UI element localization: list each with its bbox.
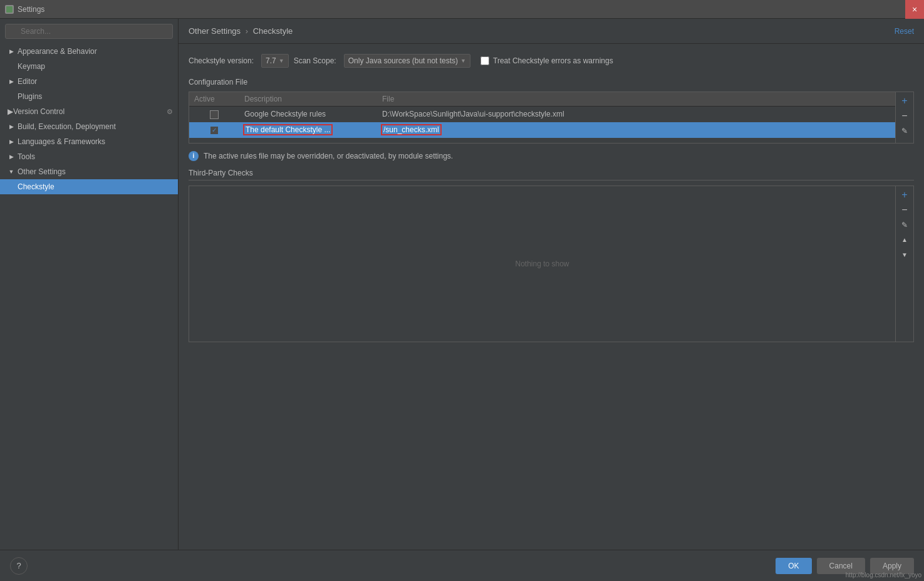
breadcrumb: Other Settings › Checkstyle	[189, 26, 293, 36]
expand-arrow-lang: ▶	[8, 138, 15, 145]
config-table-inner: Active Description File Goog	[189, 92, 895, 143]
sidebar-item-tools[interactable]: ▶ Tools	[0, 149, 178, 164]
sidebar-item-label-other: Other Settings	[18, 167, 66, 176]
breadcrumb-part2: Checkstyle	[253, 26, 293, 36]
treat-errors-wrapper: Treat Checkstyle errors as warnings	[480, 56, 616, 65]
third-party-down-button[interactable]: ▼	[898, 249, 911, 261]
col-header-file: File	[377, 92, 895, 107]
table-row[interactable]: Google Checkstyle rules D:\WorkSpace\Sun…	[189, 107, 895, 122]
sidebar-item-other-settings[interactable]: ▼ Other Settings	[0, 164, 178, 179]
config-table-body: Google Checkstyle rules D:\WorkSpace\Sun…	[189, 107, 895, 138]
breadcrumb-separator: ›	[246, 26, 248, 36]
svg-rect-0	[6, 6, 13, 13]
sidebar-item-version-control[interactable]: ▶ Version Control ⚙	[0, 104, 178, 119]
version-label: Checkstyle version:	[189, 56, 254, 65]
sidebar-item-label-appearance: Appearance & Behavior	[18, 47, 97, 56]
expand-arrow-appearance: ▶	[8, 48, 15, 55]
config-file-section-title: Configuration File	[189, 78, 914, 86]
sidebar-item-languages[interactable]: ▶ Languages & Frameworks	[0, 134, 178, 149]
sidebar-item-label-editor: Editor	[18, 77, 37, 86]
row1-file: D:\WorkSpace\Sunlight\Java\ui-support\ch…	[377, 107, 895, 122]
title-bar-text: Settings	[18, 5, 44, 14]
row1-active-cell	[189, 107, 239, 122]
row2-description: The default Checkstyle ...	[239, 122, 377, 138]
sidebar-item-plugins[interactable]: Plugins	[0, 89, 178, 104]
version-value: 7.7	[266, 56, 276, 65]
search-wrapper: 🔍	[5, 24, 173, 39]
third-party-add-button[interactable]: +	[898, 189, 911, 201]
search-box: 🔍	[0, 19, 178, 44]
scan-scope-value: Only Java sources (but not tests)	[348, 56, 458, 65]
sidebar-item-build[interactable]: ▶ Build, Execution, Deployment	[0, 119, 178, 134]
col-header-description: Description	[239, 92, 377, 107]
row2-active-cell: ✓	[189, 122, 239, 138]
sidebar-item-label-checkstyle: Checkstyle	[18, 182, 55, 191]
row2-description-text: The default Checkstyle ...	[244, 125, 331, 134]
info-row: i The active rules file may be overridde…	[189, 151, 914, 161]
expand-arrow-editor: ▶	[8, 78, 15, 85]
config-remove-button[interactable]: −	[898, 110, 911, 122]
scan-scope-arrow: ▼	[460, 58, 466, 64]
third-party-remove-button[interactable]: −	[898, 204, 911, 216]
expand-arrow-tools: ▶	[8, 153, 15, 160]
content-area: Other Settings › Checkstyle Reset Checks…	[179, 19, 924, 550]
third-party-inner: Nothing to show	[189, 186, 895, 342]
config-edit-button[interactable]: ✎	[898, 125, 911, 137]
config-table: Active Description File Goog	[189, 92, 895, 138]
ok-button[interactable]: OK	[776, 558, 811, 574]
info-icon: i	[189, 151, 199, 161]
settings-icon: ⚙	[167, 108, 173, 116]
sidebar-item-keymap[interactable]: Keymap	[0, 59, 178, 74]
table-row-selected[interactable]: ✓ The default Checkstyle ... /sun_checks…	[189, 122, 895, 138]
third-party-title: Third-Party Checks	[189, 169, 914, 181]
sidebar-item-label-build: Build, Execution, Deployment	[18, 122, 116, 131]
treat-errors-label: Treat Checkstyle errors as warnings	[493, 56, 613, 65]
row1-description: Google Checkstyle rules	[239, 107, 377, 122]
treat-errors-checkbox[interactable]	[480, 56, 489, 65]
row2-checkbox[interactable]: ✓	[210, 126, 219, 135]
version-dropdown-arrow: ▼	[279, 58, 284, 64]
version-scan-row: Checkstyle version: 7.7 ▼ Scan Scope: On…	[189, 54, 914, 68]
info-text: The active rules file may be overridden,…	[204, 152, 453, 160]
app-icon	[5, 5, 14, 14]
row2-file-text: /sun_checks.xml	[382, 125, 440, 134]
third-party-edit-button[interactable]: ✎	[898, 219, 911, 231]
watermark: http://blog.csdn.net/lx_yoyo	[846, 572, 921, 578]
sidebar-item-label-keymap: Keymap	[18, 62, 45, 71]
row2-file: /sun_checks.xml	[377, 122, 895, 138]
reset-button[interactable]: Reset	[895, 27, 914, 36]
close-button[interactable]: ×	[905, 0, 924, 19]
help-button[interactable]: ?	[10, 557, 28, 575]
sidebar-item-label-plugins: Plugins	[18, 92, 42, 101]
scan-scope-dropdown[interactable]: Only Java sources (but not tests) ▼	[344, 54, 470, 68]
settings-content: Checkstyle version: 7.7 ▼ Scan Scope: On…	[179, 44, 924, 550]
sidebar-item-label-lang: Languages & Frameworks	[18, 137, 105, 146]
row1-checkbox[interactable]	[210, 110, 219, 119]
expand-arrow-other: ▼	[8, 168, 15, 175]
config-table-actions: + − ✎	[895, 92, 913, 143]
col-header-active: Active	[189, 92, 239, 107]
content-header: Other Settings › Checkstyle Reset	[179, 19, 924, 44]
expand-arrow-vc: ▶	[8, 107, 13, 116]
sidebar-item-editor[interactable]: ▶ Editor	[0, 74, 178, 89]
config-table-header-row: Active Description File	[189, 92, 895, 107]
sidebar-item-label-vc: Version Control	[13, 107, 65, 116]
sidebar-item-checkstyle[interactable]: Checkstyle	[0, 179, 178, 194]
third-party-table-container: Nothing to show + − ✎ ▲ ▼	[189, 186, 914, 342]
version-dropdown[interactable]: 7.7 ▼	[261, 54, 289, 68]
sidebar-item-label-tools: Tools	[18, 152, 35, 161]
config-table-container: Active Description File Goog	[189, 92, 914, 144]
breadcrumb-part1: Other Settings	[189, 26, 241, 36]
third-party-up-button[interactable]: ▲	[898, 234, 911, 246]
config-add-button[interactable]: +	[898, 95, 911, 107]
scan-scope-label: Scan Scope:	[294, 56, 336, 65]
search-input[interactable]	[5, 24, 173, 39]
bottom-bar: ? OK Cancel Apply http://blog.csdn.net/l…	[0, 550, 924, 581]
nothing-to-show: Nothing to show	[515, 259, 569, 268]
third-party-actions: + − ✎ ▲ ▼	[895, 186, 913, 342]
third-party-section: Third-Party Checks Nothing to show + − ✎…	[189, 169, 914, 342]
sidebar-item-appearance[interactable]: ▶ Appearance & Behavior	[0, 44, 178, 59]
sidebar: 🔍 ▶ Appearance & Behavior Keymap ▶ Edito…	[0, 19, 179, 550]
title-bar: Settings ×	[0, 0, 924, 19]
main-container: 🔍 ▶ Appearance & Behavior Keymap ▶ Edito…	[0, 19, 924, 550]
